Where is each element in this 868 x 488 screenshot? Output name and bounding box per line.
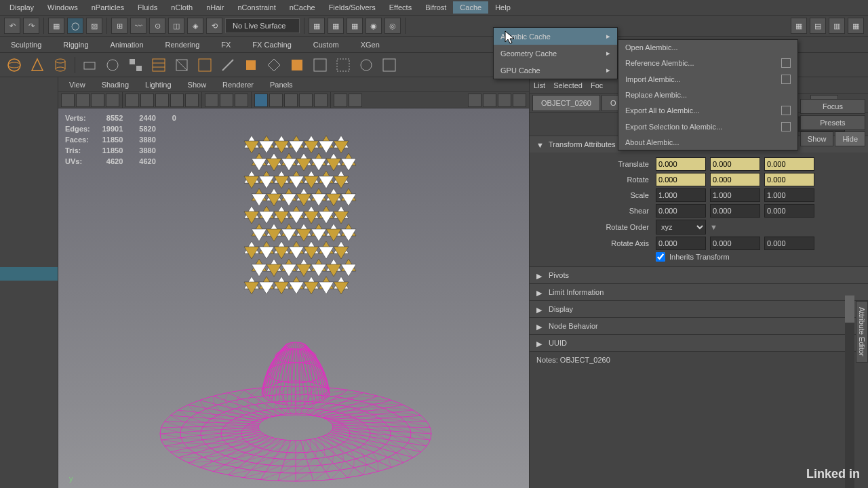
vp-tool-22[interactable] bbox=[498, 94, 511, 107]
vp-menu-view[interactable]: View bbox=[61, 79, 94, 91]
translate-z-field[interactable] bbox=[764, 157, 814, 171]
poly-cone-icon[interactable] bbox=[27, 55, 47, 75]
shelf-icon-4[interactable] bbox=[79, 55, 100, 75]
ae-show-button[interactable]: Show bbox=[800, 131, 834, 146]
snap-plane[interactable]: ◫ bbox=[168, 18, 184, 34]
shelf-icon-6[interactable] bbox=[125, 55, 146, 75]
snap-point[interactable]: ⊙ bbox=[149, 18, 165, 34]
option-box-icon[interactable] bbox=[781, 58, 791, 68]
scale-x-field[interactable] bbox=[656, 188, 706, 202]
menu-nconstraint[interactable]: nConstraint bbox=[231, 1, 282, 14]
scale-y-field[interactable] bbox=[710, 188, 760, 202]
menu-fluids[interactable]: Fluids bbox=[131, 1, 164, 14]
vp-tool-15[interactable] bbox=[284, 94, 298, 107]
translate-y-field[interactable] bbox=[710, 157, 760, 171]
shelf-tab-fx[interactable]: FX bbox=[210, 38, 241, 52]
vp-tool-3[interactable] bbox=[91, 94, 104, 107]
menu-windows[interactable]: Windows bbox=[41, 1, 85, 14]
ae-section-node-behavior-header[interactable]: ▶Node Behavior bbox=[530, 318, 868, 334]
panel-btn-4[interactable]: ▦ bbox=[848, 18, 864, 34]
vp-tool-13[interactable] bbox=[254, 94, 268, 107]
shelf-tab-custom[interactable]: Custom bbox=[302, 38, 350, 52]
cache-menu-geometry-cache[interactable]: Geometry Cache▸ bbox=[494, 45, 617, 62]
rotate-y-field[interactable] bbox=[710, 173, 760, 186]
shelf-tab-animation[interactable]: Animation bbox=[100, 38, 155, 52]
vp-tool-2[interactable] bbox=[76, 94, 90, 107]
alembic-replace-alembic[interactable]: Replace Alembic... bbox=[618, 87, 797, 102]
shelf-icon-14[interactable] bbox=[310, 55, 330, 75]
option-box-icon[interactable] bbox=[781, 75, 791, 84]
rotate-z-field[interactable] bbox=[764, 173, 814, 186]
ae-scrollbar[interactable] bbox=[845, 296, 854, 488]
vp-menu-renderer[interactable]: Renderer bbox=[214, 79, 262, 91]
undo-button[interactable]: ↶ bbox=[4, 18, 20, 34]
alembic-about-alembic[interactable]: About Alembic... bbox=[618, 135, 797, 150]
snap-toggle[interactable]: ⟲ bbox=[206, 18, 222, 34]
shear-x-field[interactable] bbox=[656, 204, 706, 218]
shelf-icon-9[interactable] bbox=[195, 55, 215, 75]
lasso-tool[interactable]: ◯ bbox=[67, 18, 83, 34]
render-btn-4[interactable]: ◉ bbox=[366, 18, 382, 34]
paint-tool[interactable]: ▨ bbox=[86, 18, 102, 34]
vp-tool-11[interactable] bbox=[220, 94, 233, 107]
translate-x-field[interactable] bbox=[656, 157, 706, 171]
shelf-tab-fx-caching[interactable]: FX Caching bbox=[241, 38, 302, 52]
live-surface-field[interactable]: No Live Surface bbox=[225, 18, 300, 33]
panel-btn-2[interactable]: ▤ bbox=[810, 18, 826, 34]
vp-tool-18[interactable] bbox=[334, 94, 347, 107]
shelf-icon-11[interactable] bbox=[241, 55, 261, 75]
menu-display[interactable]: Display bbox=[3, 1, 41, 14]
ae-section-display-header[interactable]: ▶Display bbox=[530, 301, 868, 317]
menu-fields/solvers[interactable]: Fields/Solvers bbox=[322, 1, 382, 14]
vp-menu-shading[interactable]: Shading bbox=[94, 79, 137, 91]
scale-z-field[interactable] bbox=[764, 188, 814, 202]
ae-hide-button[interactable]: Hide bbox=[835, 131, 865, 146]
vp-tool-23[interactable] bbox=[513, 94, 526, 107]
cache-menu-alembic-cache[interactable]: Alembic Cache▸ bbox=[494, 28, 617, 45]
rotate-axis-z-field[interactable] bbox=[764, 237, 814, 250]
vp-tool-6[interactable] bbox=[140, 94, 154, 107]
ae-section-uuid-header[interactable]: ▶UUID bbox=[530, 335, 868, 351]
vp-tool-7[interactable] bbox=[155, 94, 169, 107]
vp-tool-9[interactable] bbox=[185, 94, 199, 107]
render-btn-5[interactable]: ◎ bbox=[384, 18, 401, 34]
vp-menu-panels[interactable]: Panels bbox=[262, 79, 301, 91]
shear-y-field[interactable] bbox=[710, 204, 760, 218]
vp-tool-20[interactable] bbox=[468, 94, 481, 107]
render-btn-3[interactable]: ▦ bbox=[347, 18, 363, 34]
vp-tool-12[interactable] bbox=[235, 94, 248, 107]
vp-tool-8[interactable] bbox=[170, 94, 184, 107]
rotate-axis-x-field[interactable] bbox=[656, 237, 706, 250]
menu-bifrost[interactable]: Bifrost bbox=[418, 1, 453, 14]
option-box-icon[interactable] bbox=[781, 122, 791, 131]
shelf-icon-10[interactable] bbox=[218, 55, 238, 75]
render-btn-1[interactable]: ▦ bbox=[309, 18, 325, 34]
ae-tab-object[interactable]: OBJECT_0260 bbox=[532, 95, 600, 111]
alembic-reference-alembic[interactable]: Reference Alembic... bbox=[618, 55, 797, 71]
alembic-import-alembic[interactable]: Import Alembic... bbox=[618, 71, 797, 87]
option-box-icon[interactable] bbox=[781, 106, 791, 115]
ae-focus-button[interactable]: Focus bbox=[800, 99, 865, 114]
menu-effects[interactable]: Effects bbox=[382, 1, 418, 14]
menu-ncache[interactable]: nCache bbox=[283, 1, 322, 14]
vp-tool-17[interactable] bbox=[314, 94, 328, 107]
viewport[interactable]: Verts:855224400Edges:199015820Faces:1185… bbox=[58, 108, 529, 488]
vp-tool-5[interactable] bbox=[125, 94, 139, 107]
ae-section-pivots-header[interactable]: ▶Pivots bbox=[530, 267, 868, 283]
menu-help[interactable]: Help bbox=[488, 1, 517, 14]
redo-button[interactable]: ↷ bbox=[23, 18, 39, 34]
poly-sphere-icon[interactable] bbox=[4, 55, 24, 75]
ae-presets-button[interactable]: Presets bbox=[800, 115, 865, 130]
menu-ncloth[interactable]: nCloth bbox=[164, 1, 199, 14]
select-tool[interactable]: ▦ bbox=[48, 18, 64, 34]
ae-section-limit-information-header[interactable]: ▶Limit Information bbox=[530, 284, 868, 300]
shear-z-field[interactable] bbox=[764, 204, 814, 218]
vp-tool-14[interactable] bbox=[269, 94, 283, 107]
shelf-icon-7[interactable] bbox=[149, 55, 169, 75]
attribute-editor-tab[interactable]: Attribute Editor bbox=[856, 301, 868, 363]
vp-menu-lighting[interactable]: Lighting bbox=[137, 79, 180, 91]
shelf-icon-16[interactable] bbox=[356, 55, 376, 75]
alembic-export-selection-to-alembic[interactable]: Export Selection to Alembic... bbox=[618, 119, 797, 135]
rotate-x-field[interactable] bbox=[656, 173, 706, 186]
shelf-icon-12[interactable] bbox=[264, 55, 284, 75]
